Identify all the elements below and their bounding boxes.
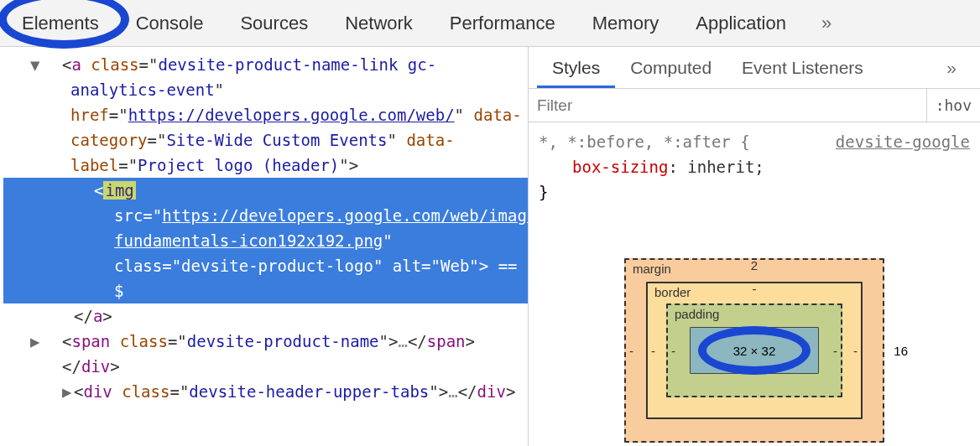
sidebar-tab-event-listeners[interactable]: Event Listeners	[727, 48, 878, 88]
sidebar-tab-styles[interactable]: Styles	[537, 48, 615, 88]
devtools-top-tabs: Elements Console Sources Network Perform…	[0, 0, 980, 47]
box-model-border-left[interactable]: -	[651, 344, 655, 358]
tab-memory[interactable]: Memory	[574, 1, 677, 46]
tab-performance[interactable]: Performance	[431, 1, 574, 46]
styles-filter-input[interactable]	[529, 89, 926, 122]
disclosure-triangle-open-icon[interactable]: ▼	[50, 52, 62, 77]
sidebar-tab-computed[interactable]: Computed	[615, 48, 727, 88]
box-model-border-label: border	[654, 285, 691, 299]
dom-node-img-selected[interactable]: <img src="https://developers.google.com/…	[3, 178, 528, 303]
box-model-padding-right[interactable]: -	[833, 344, 837, 358]
box-model-padding-label: padding	[675, 307, 719, 321]
css-rule[interactable]: *, *:before, *:after { devsite-google bo…	[529, 122, 980, 208]
box-model-border-right[interactable]: -	[853, 344, 858, 358]
box-model-border-top[interactable]: -	[753, 282, 757, 296]
dom-node-span[interactable]: ▶<span class="devsite-product-name">…</s…	[3, 329, 528, 354]
tab-overflow-icon[interactable]: »	[805, 13, 850, 34]
tab-sources[interactable]: Sources	[222, 1, 326, 46]
dom-node-anchor[interactable]: ▼<a class="devsite-product-name-link gc-…	[3, 52, 528, 178]
dom-node-anchor-close[interactable]: </a>	[3, 303, 528, 329]
box-model-content[interactable]: 32 × 32	[690, 327, 819, 374]
hov-toggle-button[interactable]: :hov	[926, 89, 980, 122]
box-model-padding-left[interactable]: -	[671, 344, 675, 358]
css-property-value[interactable]: inherit	[687, 158, 754, 176]
css-source-link[interactable]: devsite-google	[836, 129, 970, 154]
tab-network[interactable]: Network	[326, 1, 431, 46]
css-selector: *, *:before, *:after {	[539, 132, 750, 151]
box-model-margin-label: margin	[633, 262, 671, 276]
tab-application[interactable]: Application	[677, 1, 805, 46]
dom-node-div-tabs[interactable]: ▶<div class="devsite-header-upper-tabs">…	[3, 379, 528, 404]
disclosure-triangle-closed-icon[interactable]: ▶	[62, 379, 74, 404]
main-split: ▼<a class="devsite-product-name-link gc-…	[0, 47, 980, 446]
box-model-margin-right[interactable]: 16	[894, 344, 908, 358]
tab-console[interactable]: Console	[117, 1, 222, 46]
box-model-margin-left[interactable]: -	[629, 344, 633, 358]
sidebar-tab-overflow-icon[interactable]: »	[936, 58, 968, 78]
box-model-content-size: 32 × 32	[733, 344, 775, 358]
css-rule-close: }	[539, 183, 548, 201]
styles-sidebar-tabs: Styles Computed Event Listeners »	[529, 47, 980, 89]
styles-filter-row: :hov	[529, 89, 980, 122]
tab-elements[interactable]: Elements	[3, 1, 117, 46]
box-model-margin-top[interactable]: 2	[751, 258, 758, 272]
elements-tree[interactable]: ▼<a class="devsite-product-name-link gc-…	[0, 47, 529, 446]
box-model-diagram: margin 2 - border - - - padding - - 32 ×…	[529, 258, 980, 443]
disclosure-triangle-closed-icon[interactable]: ▶	[50, 329, 62, 354]
css-property-name[interactable]: box-sizing	[572, 158, 668, 176]
styles-sidebar: Styles Computed Event Listeners » :hov *…	[529, 47, 980, 446]
dom-node-div-close[interactable]: </div>	[3, 354, 528, 379]
